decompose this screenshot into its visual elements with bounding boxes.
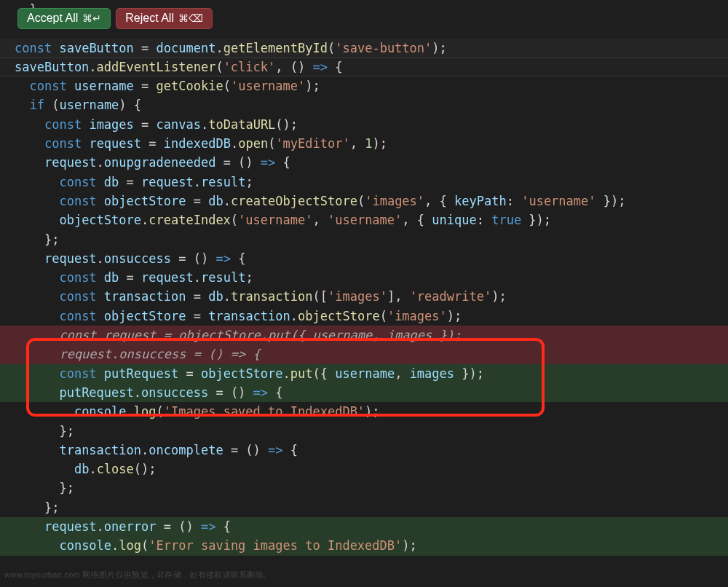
reject-all-shortcut: ⌘⌫ bbox=[178, 12, 203, 24]
diff-added-line: console.log('Error saving images to Inde… bbox=[0, 536, 728, 555]
code-line: const images = canvas.toDataURL(); bbox=[0, 115, 728, 134]
code-line: const request = indexedDB.open('myEditor… bbox=[0, 134, 728, 153]
code-line: saveButton.addEventListener('click', () … bbox=[0, 58, 728, 76]
code-line: const db = request.result; bbox=[0, 268, 728, 287]
code-line: const objectStore = transaction.objectSt… bbox=[0, 307, 728, 326]
code-line: const objectStore = db.createObjectStore… bbox=[0, 192, 728, 210]
code-line: }; bbox=[0, 230, 728, 249]
code-editor[interactable]: } const saveButton = document.getElement… bbox=[0, 0, 728, 587]
diff-removed-line: const request = objectStore.put({ userna… bbox=[0, 326, 728, 344]
diff-added-line: putRequest.onsuccess = () => { bbox=[0, 383, 728, 402]
diff-removed-line: request.onsuccess = () => { bbox=[0, 344, 728, 363]
code-line: db.close(); bbox=[0, 460, 728, 478]
code-line: request.onsuccess = () => { bbox=[0, 249, 728, 268]
code-line: console.log('Images saved to IndexedDB')… bbox=[0, 402, 728, 421]
code-line: const username = getCookie('username'); bbox=[0, 76, 728, 95]
accept-all-label: Accept All bbox=[27, 12, 78, 25]
code-line: }; bbox=[0, 478, 728, 497]
code-line: const transaction = db.transaction(['ima… bbox=[0, 287, 728, 306]
diff-added-line: request.onerror = () => { bbox=[0, 517, 728, 536]
accept-all-button[interactable]: Accept All ⌘↵ bbox=[17, 8, 111, 29]
code-line: if (username) { bbox=[0, 95, 728, 114]
diff-toolbar: Accept All ⌘↵ Reject All ⌘⌫ bbox=[17, 8, 213, 29]
reject-all-button[interactable]: Reject All ⌘⌫ bbox=[116, 8, 213, 29]
code-line: }; bbox=[0, 422, 728, 441]
code-line: }; bbox=[0, 498, 728, 517]
diff-added-line: const putRequest = objectStore.put({ use… bbox=[0, 364, 728, 383]
code-line: const saveButton = document.getElementBy… bbox=[0, 39, 728, 58]
code-line: transaction.oncomplete = () => { bbox=[0, 441, 728, 460]
code-line: const db = request.result; bbox=[0, 173, 728, 192]
code-block: } const saveButton = document.getElement… bbox=[0, 0, 728, 556]
reject-all-label: Reject All bbox=[125, 12, 174, 25]
accept-all-shortcut: ⌘↵ bbox=[82, 12, 101, 24]
code-line: objectStore.createIndex('username', 'use… bbox=[0, 210, 728, 229]
watermark-text: www.toyourban.com 网络图片仅供预览，非存储，如有侵权请联系删除… bbox=[4, 565, 272, 584]
code-line: request.onupgradeneeded = () => { bbox=[0, 153, 728, 172]
